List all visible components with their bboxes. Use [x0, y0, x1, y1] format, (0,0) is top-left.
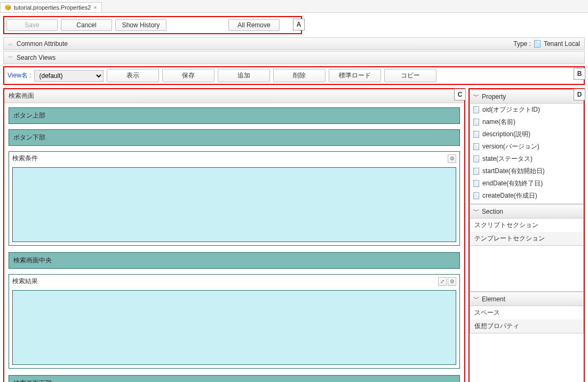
property-list[interactable]: oid(オブジェクトID) name(名前) description(説明) v…	[470, 104, 584, 204]
cancel-button[interactable]: Cancel	[61, 19, 112, 31]
chevron-down-icon: ﹀	[473, 294, 480, 303]
section-header[interactable]: ﹀ Section	[470, 204, 584, 219]
show-history-button[interactable]: Show History	[115, 19, 166, 31]
panel-d: ﹀ Property oid(オブジェクトID) name(名前) descri…	[468, 88, 585, 382]
doc-icon	[534, 40, 541, 48]
tab-title: tutorial.properties.Properties2	[14, 4, 91, 11]
view-save-button[interactable]: 保存	[162, 69, 214, 82]
property-item[interactable]: state(ステータス)	[470, 153, 583, 165]
row-search-mid[interactable]: 検索画面中央	[9, 252, 460, 269]
search-result-droparea[interactable]	[12, 290, 456, 365]
panel-c: 検索画面 ボタン上部 ボタン下部 検索条件 ⚙ 検索画面中央	[3, 88, 465, 382]
expand-icon[interactable]: ⤢	[438, 277, 447, 286]
marker-a: A	[293, 19, 305, 30]
section-spacer	[470, 246, 584, 292]
all-remove-button[interactable]: All Remove	[228, 19, 280, 31]
common-attribute-header[interactable]: ︿ Common Attribute Type : Tenant Local	[3, 37, 585, 50]
doc-icon	[473, 131, 479, 138]
section-title: Section	[482, 208, 503, 215]
element-list: スペース 仮想プロパティ	[470, 306, 584, 333]
property-item[interactable]: endDate(有効終了日)	[470, 177, 583, 190]
property-header[interactable]: ﹀ Property	[470, 89, 584, 104]
group-search-result-title: 検索結果	[12, 277, 38, 286]
row-button-top[interactable]: ボタン上部	[9, 107, 460, 124]
group-search-result: 検索結果 ⤢ ⚙	[9, 274, 460, 369]
marker-c: C	[454, 89, 466, 100]
property-item[interactable]: createDate(作成日)	[470, 190, 583, 202]
common-attribute-title: Common Attribute	[17, 40, 68, 48]
element-item[interactable]: 仮想プロパティ	[470, 319, 583, 333]
doc-icon	[473, 106, 479, 113]
cube-icon	[5, 4, 11, 11]
view-show-button[interactable]: 表示	[107, 69, 159, 82]
doc-icon	[473, 119, 479, 126]
marker-b: B	[574, 68, 585, 80]
type-value: Tenant Local	[544, 40, 580, 48]
group-search-cond: 検索条件 ⚙	[9, 151, 460, 246]
chevron-down-icon: ﹀	[473, 92, 480, 101]
section-item[interactable]: テンプレートセクション	[470, 232, 583, 245]
type-label: Type :	[513, 40, 531, 48]
view-add-button[interactable]: 追加	[218, 69, 270, 82]
element-header[interactable]: ﹀ Element	[470, 292, 584, 306]
property-item[interactable]: name(名前)	[470, 116, 583, 128]
view-copy-button[interactable]: コピー	[384, 69, 436, 82]
view-bar: View名 : (default) 表示 保存 追加 削除 標準ロード コピー	[3, 66, 585, 85]
element-title: Element	[482, 295, 505, 303]
doc-icon	[473, 143, 479, 150]
search-cond-droparea[interactable]	[12, 167, 456, 242]
doc-icon	[473, 192, 479, 199]
gear-icon[interactable]: ⚙	[448, 277, 456, 286]
row-search-bottom[interactable]: 検索画面下部	[9, 375, 460, 382]
tab-bar: tutorial.properties.Properties2 ×	[0, 0, 588, 13]
property-item[interactable]: version(バージョン)	[470, 141, 583, 153]
group-search-cond-title: 検索条件	[12, 154, 38, 163]
panel-c-title: 検索画面	[4, 89, 464, 103]
search-views-title: Search Views	[17, 54, 55, 61]
chevron-up-icon: ︿	[8, 40, 13, 48]
section-item[interactable]: スクリプトセクション	[470, 219, 583, 232]
doc-icon	[473, 168, 479, 175]
row-button-bottom[interactable]: ボタン下部	[9, 129, 460, 146]
chevron-down-icon: ﹀	[473, 207, 480, 216]
property-item[interactable]: oid(オブジェクトID)	[470, 104, 583, 116]
section-list: スクリプトセクション テンプレートセクション	[470, 219, 584, 246]
tab-active[interactable]: tutorial.properties.Properties2 ×	[0, 2, 102, 12]
element-item[interactable]: スペース	[470, 306, 583, 319]
close-icon[interactable]: ×	[93, 4, 97, 11]
doc-icon	[473, 180, 479, 187]
save-button[interactable]: Save	[6, 19, 58, 31]
doc-icon	[473, 155, 479, 162]
marker-d: D	[574, 89, 585, 100]
property-item[interactable]: startDate(有効開始日)	[470, 165, 583, 177]
chevron-down-icon: ﹀	[8, 54, 13, 61]
property-item[interactable]: description(説明)	[470, 128, 583, 141]
search-views-header[interactable]: ﹀ Search Views	[3, 51, 585, 64]
view-select[interactable]: (default)	[34, 70, 104, 82]
view-stdload-button[interactable]: 標準ロード	[329, 69, 381, 82]
property-title: Property	[482, 93, 506, 100]
view-name-label: View名 :	[7, 71, 31, 80]
toolbar-a: Save Cancel Show History All Remove	[3, 16, 302, 34]
gear-icon[interactable]: ⚙	[448, 154, 456, 163]
view-delete-button[interactable]: 削除	[273, 69, 325, 82]
